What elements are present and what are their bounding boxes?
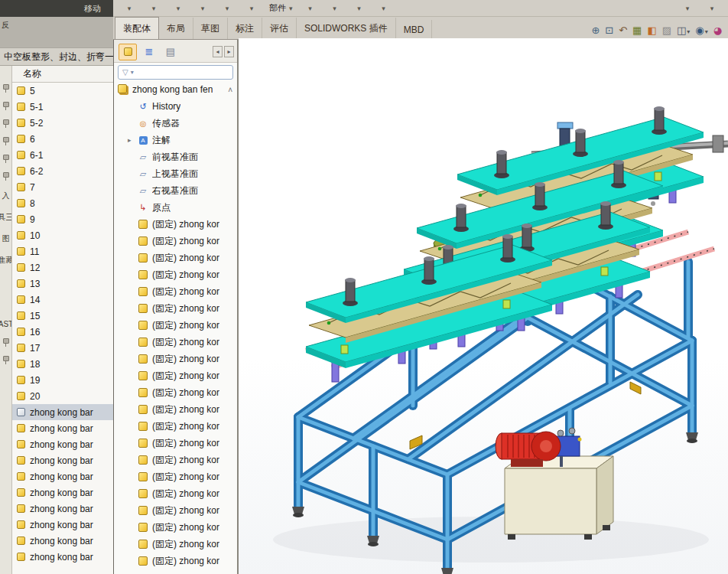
model-tree-item[interactable]: 14 xyxy=(12,292,113,308)
docked-panel-label[interactable]: 图 xyxy=(2,233,10,244)
name-column-header[interactable]: 名称 xyxy=(12,66,113,83)
ribbon-tab[interactable]: 布局 xyxy=(159,18,193,39)
feature-tree-item[interactable]: 右视基准面 xyxy=(114,182,237,199)
model-tree-item[interactable]: 6 xyxy=(12,131,113,147)
pushpin-icon[interactable] xyxy=(2,84,9,93)
feature-tree-component[interactable]: (固定) zhong kor xyxy=(114,485,237,502)
part-menu-button[interactable]: 部件 xyxy=(265,2,297,15)
feature-tree-component[interactable]: (固定) zhong kor xyxy=(114,367,237,384)
toolbar-dropdown[interactable] xyxy=(676,2,699,15)
model-tree-item[interactable]: 17 xyxy=(12,340,113,356)
pushpin-icon[interactable] xyxy=(2,102,9,110)
toolbar-dropdown[interactable] xyxy=(348,2,371,15)
zoom-fit-icon[interactable]: ⊕ xyxy=(591,24,600,36)
hide-show-icon[interactable]: ◉ xyxy=(695,24,707,36)
feature-tree-component[interactable]: (固定) zhong kor xyxy=(114,334,237,351)
pushpin-icon[interactable] xyxy=(2,155,9,163)
ribbon-tab[interactable]: 草图 xyxy=(193,18,228,39)
feature-tree-component[interactable]: (固定) zhong kor xyxy=(114,300,237,317)
feature-tree-component[interactable]: (固定) zhong kor xyxy=(114,384,237,401)
scroll-up-button[interactable]: ˄ xyxy=(228,86,237,94)
feature-tree-component[interactable]: (固定) zhong kor xyxy=(114,418,237,435)
model-tree-item[interactable]: 10 xyxy=(12,227,113,243)
model-tree-item[interactable]: 5-1 xyxy=(12,99,113,115)
model-tree-item[interactable]: 5 xyxy=(12,83,113,99)
docked-panel-label[interactable]: 隹藏 xyxy=(0,255,12,266)
docked-panel-label[interactable]: 入 xyxy=(2,191,10,201)
feature-tree-component[interactable]: (固定) zhong kor xyxy=(114,502,237,519)
model-tree-item[interactable]: zhong kong bar xyxy=(12,404,113,420)
display-style-icon[interactable]: ◫ xyxy=(677,24,690,36)
appearance-ball-icon[interactable]: ◕ xyxy=(713,24,722,36)
pushpin-icon[interactable] xyxy=(2,356,9,364)
toolbar-dropdown[interactable] xyxy=(372,2,395,15)
edit-appearance-icon[interactable]: ◧ xyxy=(647,24,656,36)
toolbar-dropdown[interactable] xyxy=(167,2,190,15)
model-tree-item[interactable]: 11 xyxy=(12,243,113,259)
section-view-icon[interactable]: ▦ xyxy=(632,24,642,36)
feature-tree-component[interactable]: (固定) zhong kor xyxy=(114,519,237,536)
model-tree-item[interactable]: zhong kong bar xyxy=(12,517,113,533)
model-tree-item[interactable]: zhong kong bar xyxy=(12,420,113,436)
pushpin-icon[interactable] xyxy=(2,338,9,347)
feature-tree-component[interactable]: (固定) zhong kor xyxy=(114,553,237,569)
model-tree-item[interactable]: 6-2 xyxy=(12,163,113,179)
toolbar-dropdown[interactable] xyxy=(299,2,322,15)
feature-tree-component[interactable]: (固定) zhong kor xyxy=(114,266,237,283)
ribbon-tab[interactable]: 装配体 xyxy=(115,17,159,39)
toolbar-dropdown[interactable] xyxy=(240,2,263,15)
model-tree-item[interactable]: 19 xyxy=(12,372,113,388)
feature-tree-component[interactable]: (固定) zhong kor xyxy=(114,468,237,485)
feature-tree-component[interactable]: (固定) zhong kor xyxy=(114,233,237,249)
toolbar-dropdown[interactable] xyxy=(216,2,239,15)
model-tree-item[interactable]: zhong kong bar xyxy=(12,436,113,452)
pushpin-icon[interactable] xyxy=(2,172,9,181)
feature-tree-item[interactable]: ▸ 注解 xyxy=(114,132,237,148)
feature-tree-component[interactable]: (固定) zhong kor xyxy=(114,351,237,367)
pager-right-button[interactable]: ▸ xyxy=(224,46,234,57)
model-tree-item[interactable]: 6-1 xyxy=(12,147,113,163)
model-tree-item[interactable]: 5-2 xyxy=(12,115,113,131)
ribbon-tab[interactable]: SOLIDWORKS 插件 xyxy=(297,18,396,39)
ribbon-tab[interactable]: 标注 xyxy=(228,18,262,39)
docked-panel-label[interactable]: AST xyxy=(0,320,12,328)
ribbon-tab[interactable]: MBD xyxy=(396,20,433,39)
model-tree-item[interactable]: 7 xyxy=(12,179,113,195)
pushpin-icon[interactable] xyxy=(2,119,9,128)
model-tree-item[interactable]: 15 xyxy=(12,308,113,324)
zoom-area-icon[interactable]: ⊡ xyxy=(605,24,613,36)
toolbar-dropdown[interactable] xyxy=(323,2,346,15)
feature-tree-component[interactable]: (固定) zhong kor xyxy=(114,435,237,452)
apply-scene-icon[interactable]: ▨ xyxy=(662,24,671,36)
feature-tree-item[interactable]: History xyxy=(114,98,237,115)
feature-tree-component[interactable]: (固定) zhong kor xyxy=(114,536,237,553)
docked-panel-label[interactable]: 具三 xyxy=(0,212,12,223)
model-tree-item[interactable]: 13 xyxy=(12,276,113,292)
model-tree-item[interactable]: 8 xyxy=(12,195,113,211)
feature-tree-component[interactable]: (固定) zhong kor xyxy=(114,283,237,300)
model-tree-item[interactable]: zhong kong bar xyxy=(12,501,113,517)
tab-property-manager[interactable]: ≣ xyxy=(140,44,158,60)
toolbar-dropdown[interactable] xyxy=(700,2,723,15)
feature-tree-component[interactable]: (固定) zhong kor xyxy=(114,216,237,233)
tab-feature-tree[interactable] xyxy=(119,44,137,60)
previous-view-icon[interactable]: ↶ xyxy=(619,24,627,36)
model-tree-item[interactable]: zhong kong bar xyxy=(12,549,113,565)
feature-tree-item[interactable]: 前视基准面 xyxy=(114,148,237,165)
model-tree-item[interactable]: zhong kong bar xyxy=(12,452,113,468)
model-tree-item[interactable]: 12 xyxy=(12,259,113,276)
feature-tree-item[interactable]: 传感器 xyxy=(114,115,237,132)
model-tree-item[interactable]: 18 xyxy=(12,356,113,372)
feature-tree-component[interactable]: (固定) zhong kor xyxy=(114,317,237,334)
toolbar-dropdown[interactable] xyxy=(191,2,214,15)
feature-tree-item[interactable]: 上视基准面 xyxy=(114,165,237,182)
model-tree-item[interactable]: 16 xyxy=(12,324,113,340)
tree-filter-input[interactable] xyxy=(118,65,233,80)
expand-arrow-icon[interactable]: ▸ xyxy=(128,136,134,144)
toolbar-dropdown[interactable] xyxy=(142,2,165,15)
model-tree-item[interactable]: 9 xyxy=(12,211,113,227)
pushpin-icon[interactable] xyxy=(2,137,9,145)
feature-tree-component[interactable]: (固定) zhong kor xyxy=(114,452,237,468)
feature-tree-component[interactable]: (固定) zhong kor xyxy=(114,249,237,266)
graphics-area[interactable] xyxy=(239,38,728,574)
